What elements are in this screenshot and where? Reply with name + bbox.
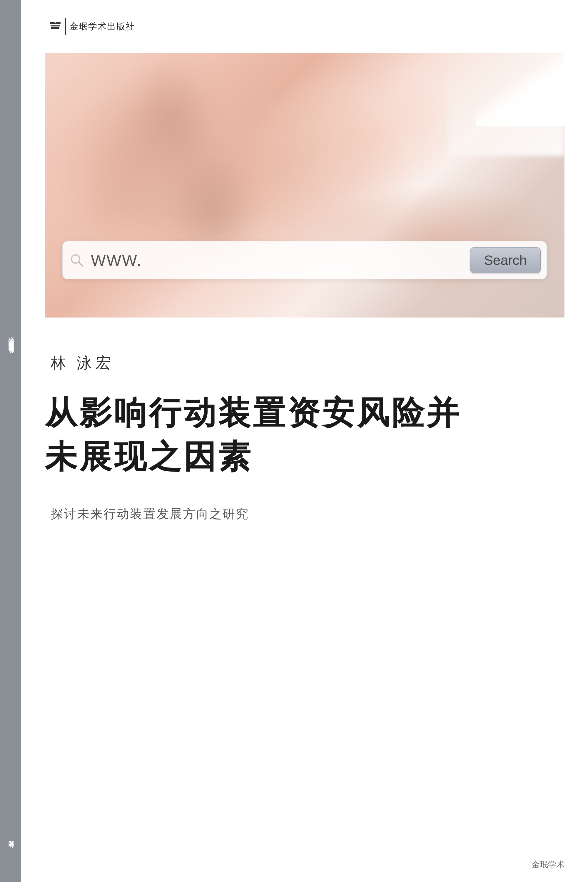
search-icon — [69, 252, 85, 268]
svg-rect-2 — [51, 27, 59, 29]
main-title-section: 从影响行动装置资安风险并 未展现之因素 — [45, 391, 564, 478]
spine-title-text: 从影响行动装置资安风险并未展现之因素 — [7, 348, 15, 358]
subtitle-section: 探讨未来行动装置发展方向之研究 — [51, 506, 564, 522]
publisher-logo — [45, 18, 66, 35]
book-stack-icon — [49, 21, 62, 32]
main-title-line1: 从影响行动装置资安风险并 — [45, 391, 564, 435]
svg-line-4 — [78, 262, 82, 266]
main-content: 金珉学术出版社 WW — [21, 0, 588, 882]
search-icon-container — [69, 252, 85, 268]
bottom-publisher-label: 金珉学术 — [531, 859, 564, 870]
search-button-label: Search — [484, 252, 527, 268]
subtitle-text: 探讨未来行动装置发展方向之研究 — [51, 507, 249, 520]
bottom-section: 金珉学术 — [45, 859, 564, 870]
search-bar-container[interactable]: WWW. Search — [62, 241, 547, 279]
spine-author-text: 林泳宏 — [7, 851, 15, 853]
search-bar[interactable]: WWW. Search — [62, 241, 547, 279]
publisher-header: 金珉学术出版社 — [45, 18, 135, 35]
author-section: 林 泳宏 — [51, 353, 114, 374]
cover-image: WWW. Search — [45, 53, 564, 318]
search-input[interactable]: WWW. — [91, 251, 464, 269]
author-name: 林 泳宏 — [51, 355, 114, 371]
main-title: 从影响行动装置资安风险并 未展现之因素 — [45, 391, 564, 478]
main-title-line2: 未展现之因素 — [45, 435, 564, 478]
spine-title-area: 从影响行动装置资安风险并未展现之因素 — [0, 0, 21, 706]
svg-rect-1 — [51, 25, 60, 27]
spine-bottom-area: 林泳宏 — [0, 851, 21, 853]
search-button[interactable]: Search — [470, 247, 541, 273]
book-spine: 从影响行动装置资安风险并未展现之因素 林泳宏 — [0, 0, 21, 882]
publisher-name: 金珉学术出版社 — [69, 21, 135, 33]
